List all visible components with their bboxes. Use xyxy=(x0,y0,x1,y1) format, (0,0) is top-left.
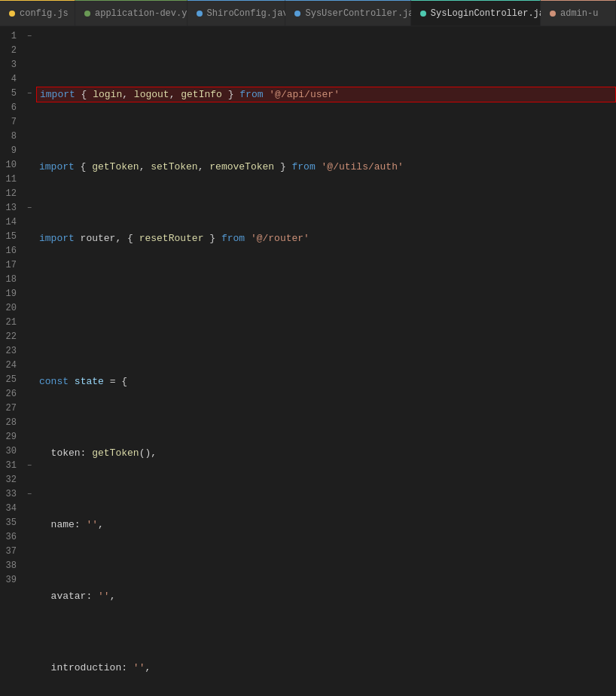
tab-admin[interactable]: admin-u xyxy=(541,0,616,26)
fold-icon-12 xyxy=(23,187,36,201)
tab-label: application-dev.yml xyxy=(95,8,198,19)
line-9: introduction: '', xyxy=(36,661,616,675)
fold-icon-24 xyxy=(23,359,36,373)
fold-icon-18 xyxy=(23,273,36,287)
fold-icon-15 xyxy=(23,230,36,244)
fold-icon-11 xyxy=(23,172,36,187)
tab-label: ShiroConfig.java xyxy=(207,8,294,19)
fold-icon-27 xyxy=(23,401,36,416)
fold-icon-32 xyxy=(23,473,36,487)
fold-icon-34 xyxy=(23,502,36,516)
fold-gutter: − − − xyxy=(23,26,36,696)
tab-dot xyxy=(420,11,426,17)
line-7: name: '', xyxy=(36,517,616,532)
fold-icon-21 xyxy=(23,316,36,330)
fold-icon-14 xyxy=(23,215,36,230)
fold-icon-5[interactable]: − xyxy=(23,87,36,101)
tab-label: admin-u xyxy=(560,8,598,19)
line-4 xyxy=(36,303,616,317)
fold-icon-20 xyxy=(23,301,36,316)
tab-sysuser-ctrl[interactable]: SysUserController.java xyxy=(285,0,410,26)
fold-icon-37 xyxy=(23,545,36,559)
fold-icon-30 xyxy=(23,444,36,459)
fold-icon-7 xyxy=(23,115,36,130)
line-5: const state = { xyxy=(36,374,616,389)
fold-icon-36 xyxy=(23,530,36,545)
fold-icon-33[interactable]: − xyxy=(23,487,36,502)
fold-icon-9 xyxy=(23,144,36,158)
fold-icon-16 xyxy=(23,244,36,258)
tab-label: SysLoginController.java xyxy=(431,8,556,19)
tab-label: SysUserController.java xyxy=(305,8,424,19)
fold-icon-19 xyxy=(23,287,36,301)
fold-icon-29 xyxy=(23,430,36,444)
fold-icon-13[interactable]: − xyxy=(23,201,36,215)
fold-icon-28 xyxy=(23,416,36,430)
fold-icon-22 xyxy=(23,330,36,344)
fold-icon-10 xyxy=(23,158,36,172)
fold-icon-1[interactable]: − xyxy=(23,29,36,44)
line-numbers: 1 2 3 4 5 6 7 8 9 10 11 12 13 14 15 16 1… xyxy=(0,26,23,696)
tab-label: config.js xyxy=(20,8,69,19)
tab-dot xyxy=(550,11,556,17)
tab-bar: config.js application-dev.yml ShiroConfi… xyxy=(0,0,616,26)
code-content[interactable]: import { login, logout, getInfo } from '… xyxy=(36,26,616,696)
fold-icon-23 xyxy=(23,344,36,359)
fold-icon-17 xyxy=(23,258,36,273)
tab-dot xyxy=(294,11,300,17)
fold-icon-2 xyxy=(23,44,36,58)
editor-container: config.js application-dev.yml ShiroConfi… xyxy=(0,0,616,696)
fold-icon-35 xyxy=(23,516,36,530)
tab-dot xyxy=(84,11,90,17)
tab-config-js[interactable]: config.js xyxy=(0,0,75,26)
tab-syslogin-ctrl[interactable]: SysLoginController.java xyxy=(411,0,541,26)
fold-icon-3 xyxy=(23,58,36,72)
tab-shiro-config[interactable]: ShiroConfig.java xyxy=(188,0,286,26)
tab-dot xyxy=(9,11,15,17)
fold-icon-39 xyxy=(23,573,36,588)
fold-icon-26 xyxy=(23,387,36,401)
fold-icon-38 xyxy=(23,559,36,573)
line-6: token: getToken(), xyxy=(36,446,616,460)
editor-area: 1 2 3 4 5 6 7 8 9 10 11 12 13 14 15 16 1… xyxy=(0,26,616,696)
line-1: import { login, logout, getInfo } from '… xyxy=(36,87,616,102)
line-2: import { getToken, setToken, removeToken… xyxy=(36,160,616,174)
fold-icon-8 xyxy=(23,130,36,144)
tab-app-dev-yml[interactable]: application-dev.yml xyxy=(75,0,188,26)
line-3: import router, { resetRouter } from '@/r… xyxy=(36,231,616,246)
fold-icon-31[interactable]: − xyxy=(23,459,36,473)
line-8: avatar: '', xyxy=(36,589,616,603)
fold-icon-6 xyxy=(23,101,36,115)
fold-icon-4 xyxy=(23,72,36,87)
tab-dot xyxy=(197,11,203,17)
fold-icon-25 xyxy=(23,373,36,387)
